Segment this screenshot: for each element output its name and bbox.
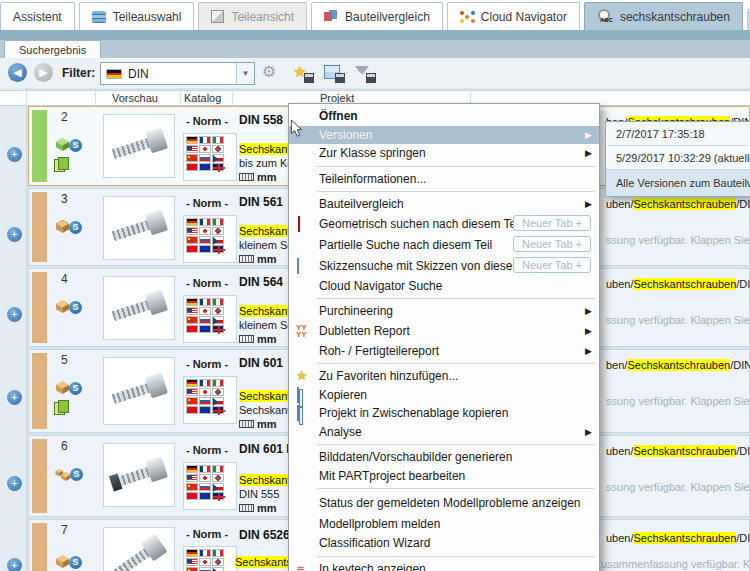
back-button[interactable]: ◀ bbox=[8, 63, 27, 82]
menu-item-modellprobleme-status[interactable]: Status der gemeldeten Modellprobleme anz… bbox=[289, 492, 599, 513]
part-preview-image[interactable] bbox=[103, 114, 175, 178]
flag-it-icon bbox=[212, 218, 224, 226]
column-header-katalog[interactable]: Katalog bbox=[184, 92, 221, 104]
menu-item-cloud-navigator-suche[interactable]: Cloud Navigator Suche bbox=[289, 277, 599, 296]
ruler-icon bbox=[239, 173, 254, 181]
row-badges: S bbox=[54, 554, 100, 571]
tab-label: Bauteilvergleich bbox=[345, 10, 430, 24]
tab-cloud-navigator[interactable]: Cloud Navigator bbox=[447, 2, 580, 30]
project-title[interactable]: DIN 561 bbox=[239, 195, 283, 209]
part-preview-image[interactable] bbox=[103, 276, 175, 340]
project-title[interactable]: DIN 564 bbox=[239, 275, 283, 289]
menu-item-bilddaten-generieren[interactable]: Bilddaten/Vorschaubilder generieren bbox=[289, 448, 599, 467]
tab-search-sechskantschrauben[interactable]: ABC sechskantschrauben bbox=[584, 2, 743, 30]
menu-item-geometrisch-suchen[interactable]: Geometrisch suchen nach diesem TeilNeuer… bbox=[289, 214, 599, 235]
flag-it-icon bbox=[212, 465, 224, 473]
flag-us-icon bbox=[186, 388, 198, 396]
menu-item-oeffnen[interactable]: Öffnen bbox=[289, 107, 599, 126]
s-badge-icon: S bbox=[69, 301, 82, 314]
project-desc: kleinem Se bbox=[239, 239, 293, 251]
menu-item-partielle-suche[interactable]: Partielle Suche nach diesem TeilNeuer Ta… bbox=[289, 235, 599, 256]
flag-kr-icon bbox=[212, 388, 224, 396]
status-bar bbox=[32, 523, 47, 571]
filter-dropdown[interactable]: DIN ▼ bbox=[100, 62, 255, 85]
flag-ru-icon bbox=[199, 154, 211, 162]
project-title[interactable]: DIN 558 bbox=[239, 113, 283, 127]
submenu-item-version-current[interactable]: 5/29/2017 10:32:29 (aktuelle) bbox=[606, 146, 750, 169]
expand-row-button[interactable]: + bbox=[7, 227, 22, 242]
tab-teileansicht[interactable]: Teileansicht bbox=[198, 2, 307, 30]
expand-row-button[interactable]: + bbox=[7, 558, 22, 571]
project-desc: bis zum Ko bbox=[239, 157, 293, 169]
tab-bauteilvergleich[interactable]: Bauteilvergleich bbox=[311, 2, 443, 30]
tab-assistent[interactable]: Assistent bbox=[0, 2, 75, 30]
column-header-vorschau[interactable]: Vorschau bbox=[112, 92, 158, 104]
unit-row: mm bbox=[239, 418, 277, 430]
menu-item-teileinformationen[interactable]: Teileinformationen... bbox=[289, 170, 599, 189]
save-favorite-icon[interactable]: ★ bbox=[293, 63, 311, 81]
menu-item-in-keytech-anzeigen[interactable]: ≋In keytech anzeigen bbox=[289, 560, 599, 571]
menu-item-roh-fertigteilereport[interactable]: Roh- / Fertigteilereport▶ bbox=[289, 342, 599, 361]
save-filter-icon[interactable] bbox=[355, 63, 373, 81]
filter-value: DIN bbox=[128, 67, 149, 81]
katalog-label: - Norm - bbox=[181, 358, 233, 370]
parts-stack-icon bbox=[92, 11, 106, 23]
save-results-icon[interactable] bbox=[324, 63, 342, 81]
menu-item-versionen[interactable]: Versionen▶ bbox=[289, 126, 599, 145]
part-preview-image[interactable] bbox=[103, 527, 175, 571]
menu-item-kopieren[interactable]: Kopieren bbox=[289, 386, 599, 405]
row-number: 4 bbox=[61, 272, 68, 286]
tab-suchergebnis[interactable]: Suchergebnis bbox=[4, 40, 101, 59]
menu-item-skizzensuche[interactable]: Skizzensuche mit Skizzen von diesem Teil… bbox=[289, 256, 599, 277]
menu-item-zur-klasse-springen[interactable]: Zur Klasse springen▶ bbox=[289, 144, 599, 163]
chevron-down-icon[interactable]: ▼ bbox=[236, 63, 254, 84]
flag-ru-icon bbox=[199, 567, 211, 571]
expand-row-button[interactable]: + bbox=[7, 147, 22, 162]
language-flags bbox=[183, 295, 237, 343]
flag-it-icon bbox=[212, 379, 224, 387]
neuer-tab-button[interactable]: Neuer Tab + bbox=[513, 215, 591, 231]
neuer-tab-button[interactable]: Neuer Tab + bbox=[513, 236, 591, 252]
submenu-item-version-1[interactable]: 2/7/2017 17:35:18 bbox=[606, 122, 750, 145]
menu-item-zu-favoriten[interactable]: ★Zu Favoriten hinzufügen... bbox=[289, 367, 599, 386]
flag-kr-icon bbox=[212, 307, 224, 315]
menu-item-projekt-zwischenablage[interactable]: Projekt in Zwischenablage kopieren bbox=[289, 404, 599, 423]
part-preview-image[interactable] bbox=[103, 357, 175, 425]
subtab-strip bbox=[0, 40, 750, 58]
submenu-item-alle-versionen[interactable]: Alle Versionen zum Bauteilvergle bbox=[606, 169, 750, 196]
flag-kr-icon bbox=[212, 227, 224, 235]
flag-tr-icon bbox=[186, 325, 198, 333]
forward-button[interactable]: ▶ bbox=[34, 63, 53, 82]
expand-row-button[interactable]: + bbox=[7, 307, 22, 322]
flag-cn-icon bbox=[186, 154, 198, 162]
menu-item-classification-wizard[interactable]: Classification Wizard bbox=[289, 534, 599, 553]
context-menu: Öffnen Versionen▶ Zur Klasse springen▶ T… bbox=[288, 103, 600, 571]
neuer-tab-button[interactable]: Neuer Tab + bbox=[513, 257, 591, 273]
tab-teileauswahl[interactable]: Teileauswahl bbox=[79, 2, 195, 30]
katalog-label: - Norm - bbox=[181, 197, 233, 209]
s-badge-icon: S bbox=[70, 468, 83, 481]
expand-row-button[interactable]: + bbox=[7, 390, 22, 405]
menu-item-analyse[interactable]: Analyse▶ bbox=[289, 423, 599, 442]
language-flags bbox=[183, 215, 237, 263]
unit-row: mm bbox=[239, 171, 277, 183]
project-title[interactable]: DIN 601 bbox=[239, 356, 283, 370]
cloud-navigator-icon bbox=[296, 279, 310, 293]
copy-icon bbox=[296, 406, 310, 420]
german-flag-icon bbox=[106, 69, 122, 79]
flag-de-icon bbox=[186, 549, 198, 557]
expand-row-button[interactable]: + bbox=[7, 476, 22, 491]
menu-item-purchineering[interactable]: Purchineering▶ bbox=[289, 302, 599, 321]
menu-item-dubletten-report[interactable]: YYYYDubletten Report▶ bbox=[289, 321, 599, 342]
flag-kr-icon bbox=[212, 558, 224, 566]
menu-item-modellproblem-melden[interactable]: Modellproblem melden bbox=[289, 513, 599, 534]
project-path: uben/Sechskantschrauben/DIN 564 bbox=[606, 278, 750, 290]
flag-ru-icon bbox=[199, 316, 211, 324]
part-preview-image[interactable] bbox=[103, 443, 175, 507]
flag-us-icon bbox=[186, 558, 198, 566]
settings-gear-icon[interactable]: ⚙ bbox=[260, 63, 278, 81]
part-preview-image[interactable] bbox=[103, 196, 175, 260]
project-desc: DIN 555 bbox=[239, 488, 279, 500]
menu-item-bauteilvergleich[interactable]: Bauteilvergleich▶ bbox=[289, 195, 599, 214]
menu-item-partproject-bearbeiten[interactable]: Mit PARTproject bearbeiten bbox=[289, 467, 599, 486]
